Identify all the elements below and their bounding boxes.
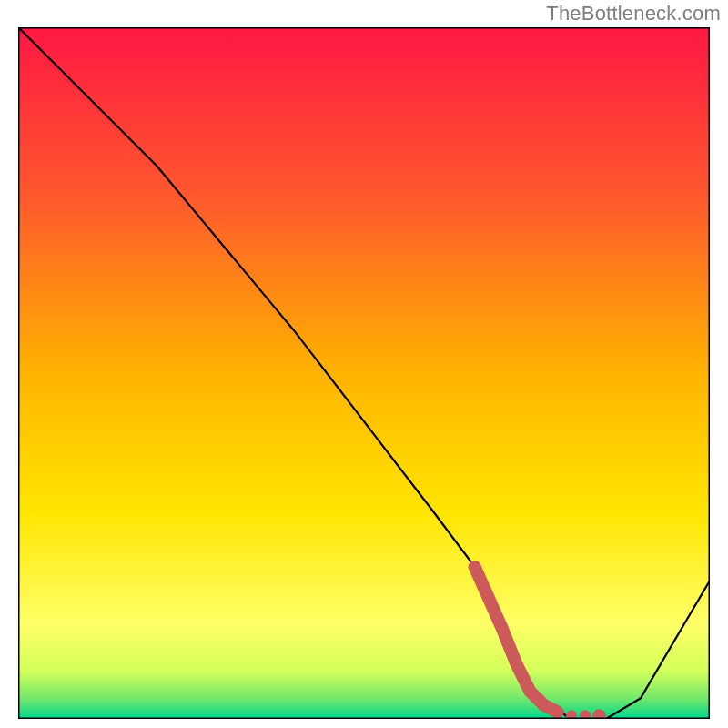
chart-container: TheBottleneck.com [0,0,728,728]
chart-svg [18,27,710,719]
attribution-label: TheBottleneck.com [546,2,721,25]
plot-area [18,27,710,719]
